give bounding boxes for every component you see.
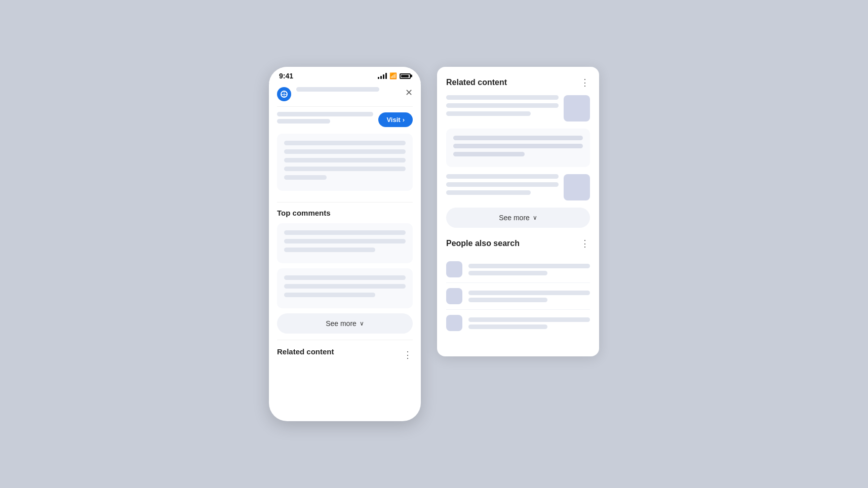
people2-line-1 <box>468 291 590 295</box>
people-search-more-icon[interactable]: ⋮ <box>580 238 590 249</box>
people1-line-1 <box>468 264 590 268</box>
related-card-2-thumb <box>564 174 590 200</box>
globe-icon <box>277 87 291 101</box>
people-search-header: People also search ⋮ <box>446 238 590 249</box>
comment-line-1 <box>284 230 406 235</box>
people-also-search-section: People also search ⋮ <box>446 238 590 336</box>
comment-line-2 <box>284 239 406 243</box>
comment2-line-3 <box>284 293 375 297</box>
comment2-line-2 <box>284 284 406 289</box>
visit-lines <box>277 112 373 128</box>
more-options-icon[interactable]: ⋮ <box>403 349 413 360</box>
related-card-1-text <box>446 95 559 121</box>
visit-row: Visit › <box>277 107 413 128</box>
content-line-1 <box>284 141 406 145</box>
comment2-line-1 <box>284 275 406 280</box>
people-avatar-3 <box>446 315 462 331</box>
right-panel: Related content ⋮ <box>437 67 599 356</box>
people-item-3[interactable] <box>446 310 590 336</box>
signal-bars-icon <box>378 73 387 79</box>
people3-line-1 <box>468 317 590 322</box>
people-avatar-1 <box>446 261 462 277</box>
people3-line-2 <box>468 324 547 329</box>
panel-related-more-icon[interactable]: ⋮ <box>580 77 590 88</box>
phone-header: ✕ <box>277 83 413 107</box>
people-lines-1 <box>468 264 590 275</box>
related-content-header: Related content ⋮ <box>277 340 413 364</box>
card1-line-2 <box>446 103 559 108</box>
panel-related-content-title: Related content <box>446 78 507 87</box>
people-avatar-2 <box>446 288 462 304</box>
status-bar: 9:41 📶 <box>269 67 421 83</box>
visit-button[interactable]: Visit › <box>378 112 413 127</box>
people-item-1[interactable] <box>446 256 590 283</box>
card1-line-3 <box>446 111 531 116</box>
status-icons: 📶 <box>378 72 411 79</box>
panel-chevron-down-icon: ∨ <box>533 214 537 221</box>
related-card-2-text <box>446 174 559 200</box>
comment-block-2 <box>277 268 413 308</box>
chevron-down-icon: ∨ <box>360 320 364 327</box>
people-lines-2 <box>468 291 590 302</box>
close-button[interactable]: ✕ <box>405 87 413 97</box>
see-more-button[interactable]: See more ∨ <box>277 313 413 334</box>
mobile-phone: 9:41 📶 <box>269 67 421 421</box>
related-card-2[interactable] <box>446 174 590 200</box>
people-lines-3 <box>468 317 590 329</box>
text-card1-line-1 <box>453 136 583 140</box>
wifi-icon: 📶 <box>389 72 397 79</box>
related-card-1[interactable] <box>446 95 590 121</box>
visit-line-2 <box>277 119 330 124</box>
top-comments-title: Top comments <box>277 209 413 217</box>
article-content-section <box>277 128 413 202</box>
header-text-area <box>296 87 400 95</box>
people-search-title: People also search <box>446 239 520 248</box>
card2-line-2 <box>446 182 559 187</box>
comment-line-3 <box>284 248 375 252</box>
top-comments-section: Top comments See more ∨ <box>277 202 413 340</box>
article-content-block <box>277 134 413 191</box>
text-card1-line-3 <box>453 152 525 156</box>
panel-related-content-header: Related content ⋮ <box>446 77 590 88</box>
card2-line-3 <box>446 190 531 195</box>
card2-line-1 <box>446 174 559 179</box>
related-content-title: Related content <box>277 347 334 356</box>
header-skeleton-1 <box>296 87 379 92</box>
panel-see-more-button[interactable]: See more ∨ <box>446 208 590 228</box>
comment-block-1 <box>277 223 413 263</box>
people-item-2[interactable] <box>446 283 590 310</box>
phone-content: ✕ Visit › <box>269 83 421 372</box>
content-line-5 <box>284 175 327 180</box>
content-line-4 <box>284 167 406 171</box>
visit-line-1 <box>277 112 373 116</box>
card1-line-1 <box>446 95 559 100</box>
status-time: 9:41 <box>279 72 293 80</box>
content-line-3 <box>284 158 406 162</box>
panel-related-content-section: Related content ⋮ <box>446 77 590 228</box>
related-card-1-thumb <box>564 95 590 121</box>
content-line-2 <box>284 149 406 154</box>
text-card1-line-2 <box>453 144 583 148</box>
people2-line-2 <box>468 298 547 302</box>
related-text-card-1[interactable] <box>446 129 590 167</box>
people1-line-2 <box>468 271 547 275</box>
battery-icon <box>400 73 411 79</box>
